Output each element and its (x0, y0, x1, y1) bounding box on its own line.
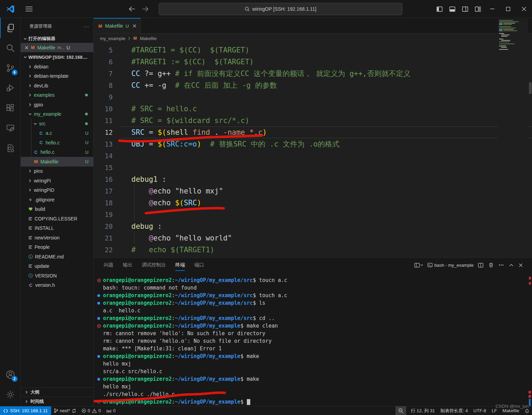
problems-item[interactable]: 0 0 (79, 406, 104, 415)
tree-item-wiringpid[interactable]: wiringPiD (21, 186, 93, 195)
tab-output[interactable]: 输出 (123, 261, 132, 270)
eol-item[interactable]: LF (489, 406, 500, 415)
new-terminal-dropdown-icon[interactable] (413, 262, 424, 268)
code-line-9[interactable]: 9 (94, 91, 532, 103)
tree-item-version-h[interactable]: Cversion.h (21, 281, 93, 290)
source-control-icon[interactable]: 6 (0, 58, 21, 78)
terminal[interactable]: orangepi@orangepizero2:~/wiringOP/my_exa… (94, 272, 532, 406)
language-mode-item[interactable]: Makefile (500, 406, 522, 415)
indentation-item[interactable]: 制表符长度: 4 (438, 406, 470, 415)
code-line-11[interactable]: 11# SRC = $(wildcard src/*.c) (94, 115, 532, 126)
nav-forward-icon[interactable] (142, 6, 149, 12)
code-line-16[interactable]: 16debug1 : (94, 173, 532, 185)
code-line-5[interactable]: 5#TARGET1 = $(CC) $(TARGET) (94, 44, 532, 56)
code-line-14[interactable]: 14 (94, 150, 532, 162)
open-editors-section[interactable]: 打开的编辑器 (21, 35, 93, 43)
remote-explorer-icon[interactable] (0, 118, 21, 138)
tree-item-wiringpi[interactable]: wiringPi (21, 176, 93, 186)
code-line-18[interactable]: 18 @echo $(SRC) (94, 197, 532, 209)
code-line-21[interactable]: 21 @echo "hello world" (94, 232, 532, 244)
kill-terminal-trash-icon[interactable] (488, 262, 494, 268)
open-editor-item-makefile[interactable]: M Makefile m... U (21, 43, 93, 52)
toggle-secondary-sidebar-icon[interactable] (459, 3, 472, 15)
code-line-8[interactable]: 8CC += -g # 在CC 后面 加上 -g 的参数 (94, 79, 532, 91)
code-line-12[interactable]: 12SRC = $(shell find . -name *.c) (94, 126, 532, 138)
tree-item-hello-c[interactable]: Chello.cU (21, 148, 93, 157)
tree-item-hello-c[interactable]: Chello.cU (21, 138, 93, 148)
remote-indicator[interactable]: SSH: 192.168.1.11 (0, 406, 51, 415)
minimap[interactable] (498, 19, 528, 233)
tree-item-newversion[interactable]: newVersion (21, 233, 93, 243)
tab-terminal[interactable]: 终端 (175, 261, 185, 270)
command-center-search[interactable]: wiringOP [SSH: 192.168.1.11] (159, 3, 402, 15)
code-line-7[interactable]: 7CC ?= g++ # if 前面没有定义CC 这个变量的额话， 就定义为 g… (94, 68, 532, 79)
tree-item-people[interactable]: People (21, 243, 93, 252)
code-editor[interactable]: 5#TARGET1 = $(CC) $(TARGET)6#TARGET1 := … (94, 43, 532, 257)
editor-scrollbar[interactable] (529, 82, 532, 94)
toggle-panel-icon[interactable] (446, 3, 459, 15)
toggle-primary-sidebar-icon[interactable] (433, 3, 446, 15)
tree-item-copying-lesser[interactable]: COPYING.LESSER (21, 214, 93, 224)
zoom-status-item[interactable] (395, 406, 406, 415)
outline-section[interactable]: 大纲 (21, 387, 93, 397)
tab-ports[interactable]: 端口 (194, 261, 204, 270)
tree-item-debian-template[interactable]: debian-template (21, 72, 93, 81)
code-line-22[interactable]: 22# echo $(TARGET1) (94, 244, 532, 256)
run-debug-icon[interactable] (0, 78, 21, 98)
panel-more-actions-icon[interactable] (498, 263, 505, 267)
code-line-17[interactable]: 17 @echo "hello mxj" (94, 185, 532, 197)
tree-item-src[interactable]: src (21, 119, 93, 129)
nav-back-icon[interactable] (129, 6, 135, 12)
tree-item-update[interactable]: update (21, 262, 93, 271)
tree-item-install[interactable]: INSTALL (21, 224, 93, 233)
code-line-10[interactable]: 10# SRC = hello.c (94, 103, 532, 115)
tree-item-my-example[interactable]: my_example (21, 110, 93, 119)
maximize-panel-icon[interactable] (508, 263, 514, 267)
settings-gear-icon[interactable] (0, 385, 21, 405)
tree-item-a-c[interactable]: Ca.cU (21, 129, 93, 138)
code-line-13[interactable]: 13OBJ = $(SRC:c=o) # 替换SRC 中的 .c 文件为 .o的… (94, 138, 532, 150)
accounts-icon[interactable]: 2 (0, 365, 21, 385)
tree-item-build[interactable]: build (21, 205, 93, 214)
maximize-button[interactable] (500, 0, 516, 18)
split-terminal-icon[interactable] (477, 262, 484, 268)
sidebar-more-icon[interactable]: ··· (84, 24, 89, 29)
cursor-position-item[interactable]: 行 12, 列 31 (408, 406, 438, 415)
tree-item-gpio[interactable]: gpio (21, 100, 93, 110)
customize-layout-icon[interactable] (472, 3, 484, 15)
ports-item[interactable]: 0 (104, 406, 118, 415)
tab-close-icon[interactable] (133, 24, 136, 28)
tab-debug-console[interactable]: 调试控制台 (142, 261, 166, 270)
tree-item-debian[interactable]: debian (21, 62, 93, 72)
tab-makefile[interactable]: M Makefile U (94, 18, 141, 33)
code-line-6[interactable]: 6#TARGET1 := $(CC) $(TARGET) (94, 56, 532, 68)
code-line-15[interactable]: 15 (94, 162, 532, 173)
tools-file-icon[interactable] (0, 138, 21, 158)
workspace-root[interactable]: WIRINGOP [SSH: 192.168.... (21, 52, 93, 62)
encoding-item[interactable]: UTF-8 (471, 406, 489, 415)
tree-item-devlib[interactable]: devLib (21, 81, 93, 91)
close-icon[interactable] (25, 46, 28, 49)
close-button[interactable] (516, 0, 532, 18)
extensions-icon[interactable] (0, 98, 21, 118)
tab-problems[interactable]: 问题 (104, 261, 113, 270)
tree-item-readme-md[interactable]: README.md (21, 252, 93, 262)
tree-item-makefile[interactable]: MMakefileU (21, 157, 93, 167)
tree-item--gitignore[interactable]: .gitignore (21, 195, 93, 205)
branch-item[interactable]: next* (51, 406, 79, 415)
breadcrumb-folder[interactable]: my_example (100, 36, 125, 41)
explorer-icon[interactable] (0, 18, 21, 38)
close-panel-icon[interactable] (518, 262, 524, 268)
menu-hamburger-icon[interactable] (24, 4, 35, 13)
minimize-button[interactable] (484, 0, 500, 18)
breadcrumb-file[interactable]: Makefile (140, 36, 157, 41)
code-line-20[interactable]: 20debug : (94, 220, 532, 232)
tree-item-examples[interactable]: examples (21, 91, 93, 100)
code-line-19[interactable]: 19 (94, 209, 532, 220)
tree-item-pins[interactable]: pins (21, 167, 93, 176)
breadcrumb[interactable]: my_example M Makefile (94, 34, 532, 43)
timeline-section[interactable]: 时间线 (21, 397, 93, 406)
terminal-instance-item[interactable]: bash - my_example (428, 263, 474, 268)
search-icon[interactable] (0, 38, 21, 58)
tree-item-version[interactable]: VERSION (21, 271, 93, 281)
